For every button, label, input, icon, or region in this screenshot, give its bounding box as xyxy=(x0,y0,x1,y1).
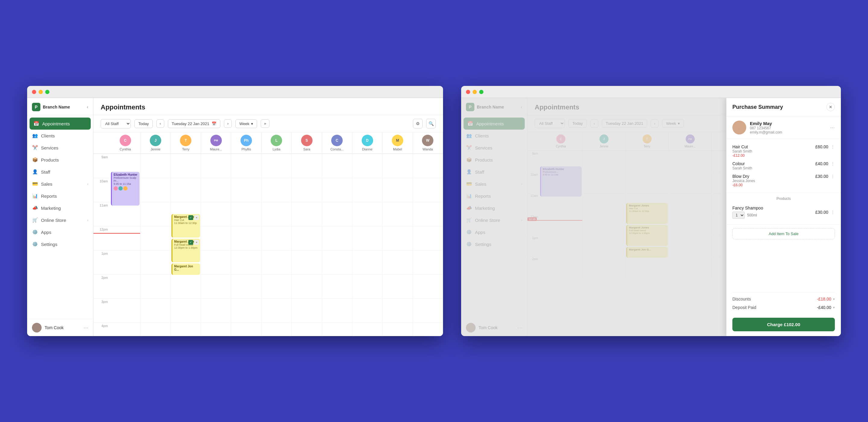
staff-col-phyllis[interactable]: Ph Phyllis xyxy=(231,132,261,153)
staff-icon: 👤 xyxy=(32,169,38,175)
sidebar-item-label-apps: Apps xyxy=(41,230,51,235)
calendar-toolbar-1: All Staff Today ‹ Tuesday 22 Jan 2021 📅 … xyxy=(93,115,443,132)
staff-filter-select[interactable]: All Staff xyxy=(101,119,131,128)
window-1: P Branch Name ‹ 📅 Appointments 👥 Clients… xyxy=(27,86,443,336)
service-menu-blowdry[interactable]: ⋮ xyxy=(831,174,835,179)
product-size: 500ml xyxy=(747,213,757,217)
add-item-button[interactable]: Add Item To Sale xyxy=(733,228,835,239)
time-slot-3pm: 3pm xyxy=(93,298,110,323)
minimize-button[interactable] xyxy=(38,90,43,94)
maximize-button[interactable] xyxy=(45,90,50,94)
svg-point-3 xyxy=(468,329,474,332)
settings-gear-button[interactable]: ⚙ xyxy=(413,119,423,128)
service-menu-haircut[interactable]: ⋮ xyxy=(831,144,835,149)
appointment-margaret-cont[interactable]: Margaret Jon G... xyxy=(172,264,200,275)
service-price-col-blowdry: £30.00 ⋮ xyxy=(812,174,835,179)
sidebar-item-online-store[interactable]: 🛒 Online Store › xyxy=(27,214,93,226)
sidebar-item-apps[interactable]: ⚙️ Apps xyxy=(27,226,93,238)
minimize-button-2[interactable] xyxy=(472,90,477,94)
appointment-margaret-colour[interactable]: Margaret Jones Full head colour 12:30pm … xyxy=(172,239,200,262)
staff-col-cynthia[interactable]: C Cynthia xyxy=(110,132,141,153)
product-menu-shampoo[interactable]: ⋮ xyxy=(831,210,835,215)
sidebar-header-2: P Branch Name ‹ xyxy=(461,98,527,115)
client-email: emily.m@gmail.com xyxy=(750,130,827,134)
staff-col-consta[interactable]: C Consta... xyxy=(322,132,352,153)
appointment-elizabeth[interactable]: Elizabeth Hunter Prelicensure Scalp Pr..… xyxy=(111,172,140,206)
staff-col-dianne[interactable]: D Dianne xyxy=(352,132,382,153)
appointment-margaret-haircut[interactable]: Margaret Jones Hair Cut 11:30am to 12:30… xyxy=(172,214,200,238)
avatar-phyllis: Ph xyxy=(241,135,252,146)
next-week-button[interactable]: › xyxy=(224,119,232,128)
client-phone: 087 1234567 xyxy=(750,126,827,130)
staff-columns-header: C Cynthia J Jennie T Terry xyxy=(110,132,443,153)
apps-icon: ⚙️ xyxy=(32,229,38,235)
collapse-sidebar-button-2: ‹ xyxy=(521,104,522,110)
sidebar-item-online-store-2: 🛒 Online Store › xyxy=(461,214,527,226)
staff-col-wanda[interactable]: W Wanda xyxy=(413,132,443,153)
close-panel-button[interactable]: ✕ xyxy=(827,103,835,111)
time-slot-1pm: 1pm xyxy=(93,250,110,274)
product-qty-select[interactable]: 1 xyxy=(733,212,745,219)
deposit-chevron[interactable]: ▾ xyxy=(833,306,835,309)
time-slot-10am: 10am xyxy=(93,178,110,202)
sidebar-footer-1: Tom Cook ⋯ xyxy=(27,319,93,336)
date-display: Tuesday 22 Jan 2021 📅 xyxy=(168,119,221,128)
appt-name-elizabeth: Elizabeth Hunter xyxy=(114,173,138,176)
sidebar-item-services[interactable]: ✂️ Services xyxy=(27,142,93,154)
today-button[interactable]: Today xyxy=(134,119,153,128)
week-view-selector[interactable]: Week ▾ xyxy=(236,119,257,128)
user-avatar-1 xyxy=(32,323,41,332)
sidebar-item-products[interactable]: 📦 Products xyxy=(27,154,93,166)
service-price-colour: £40.00 xyxy=(812,161,828,166)
zoom-button[interactable]: 🔍 xyxy=(426,119,436,128)
staff-name-terry: Terry xyxy=(182,147,189,151)
appt-time-margaret2: 12:30pm to 1:30pm xyxy=(174,246,198,249)
service-staff-blowdry: Jessica Jones xyxy=(733,179,812,183)
staff-name-consta: Consta... xyxy=(330,147,344,151)
sidebar-item-sales[interactable]: 💳 Sales › xyxy=(27,178,93,190)
discounts-value: -£18.00 ▾ xyxy=(817,297,835,301)
sidebar-item-products-2: 📦 Products xyxy=(461,154,527,166)
grid-col-dianne xyxy=(352,154,382,336)
staff-col-sara[interactable]: S Sara xyxy=(292,132,322,153)
client-menu-button[interactable]: ⋯ xyxy=(830,125,835,130)
sidebar-item-apps-2: ⚙️ Apps xyxy=(461,226,527,238)
appointments-icon: 📅 xyxy=(33,121,39,127)
close-button-2[interactable] xyxy=(466,90,470,94)
maximize-button-2[interactable] xyxy=(479,90,484,94)
products-section: Products Fancy Shampoo 1 500ml xyxy=(726,193,841,224)
staff-col-jennie[interactable]: J Jennie xyxy=(141,132,170,153)
grid-col-wanda xyxy=(413,154,443,336)
staff-col-maureen[interactable]: PM Maure... xyxy=(201,132,231,153)
service-menu-colour[interactable]: ⋮ xyxy=(831,161,835,166)
products-divider-label: Products xyxy=(733,197,835,201)
user-menu-button-1[interactable]: ⋯ xyxy=(84,325,88,331)
staff-col-mabel[interactable]: M Mabel xyxy=(382,132,412,153)
sidebar-item-clients[interactable]: 👥 Clients xyxy=(27,130,93,142)
product-controls-shampoo: 1 500ml xyxy=(733,212,812,219)
brand-icon-2: P xyxy=(466,103,474,111)
panel-header: Purchase Summary ✕ xyxy=(726,98,841,116)
settings-icon: ⚙️ xyxy=(32,241,38,247)
avatar-cynthia: C xyxy=(120,135,131,146)
grid-col-phyllis xyxy=(231,154,261,336)
discounts-chevron[interactable]: ▾ xyxy=(833,297,835,301)
staff-name-maureen: Maure... xyxy=(210,147,222,151)
staff-col-lydia[interactable]: L Lydia xyxy=(261,132,292,153)
sidebar-item-appointments[interactable]: 📅 Appointments xyxy=(30,118,91,130)
staff-col-terry[interactable]: T Terry xyxy=(171,132,201,153)
sidebar-item-reports[interactable]: 📊 Reports xyxy=(27,190,93,202)
current-time-indicator: 12:15 xyxy=(93,233,140,234)
sidebar-item-label-services-2: Services xyxy=(475,145,493,150)
staff-filter-select-2: All Staff xyxy=(535,119,565,128)
sidebar-item-staff[interactable]: 👤 Staff xyxy=(27,166,93,178)
charge-button[interactable]: Charge £102.00 xyxy=(733,318,835,331)
sidebar-item-settings[interactable]: ⚙️ Settings xyxy=(27,238,93,250)
staff-name-jennie: Jennie xyxy=(151,147,160,151)
collapse-sidebar-button[interactable]: ‹ xyxy=(87,104,88,110)
close-button[interactable] xyxy=(32,90,36,94)
skip-forward-button[interactable]: » xyxy=(261,119,270,128)
prev-week-button[interactable]: ‹ xyxy=(156,119,164,128)
sidebar-item-marketing[interactable]: 📣 Marketing xyxy=(27,202,93,214)
marketing-icon: 📣 xyxy=(32,205,38,211)
